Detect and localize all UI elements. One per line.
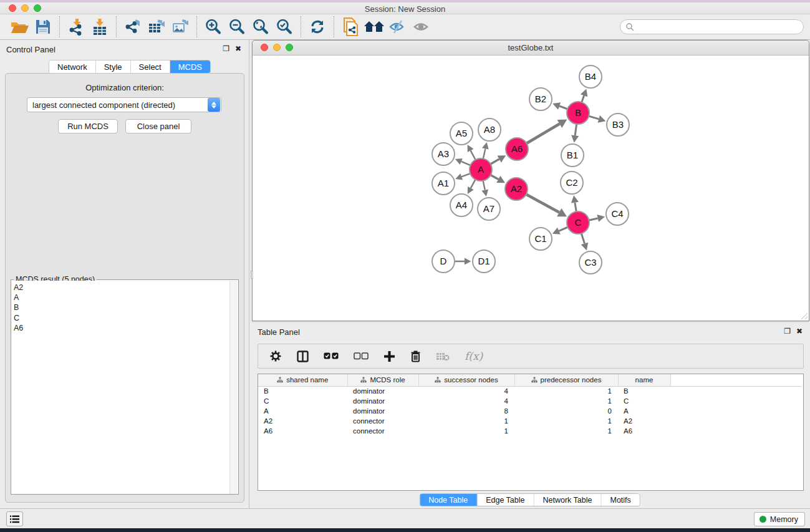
graph-node-B1[interactable]: B1 [561,144,584,167]
graph-node-C[interactable]: C [567,211,589,234]
graph-node-B[interactable]: B [567,102,589,124]
memory-button[interactable]: Memory [754,512,805,526]
graph-node-A[interactable]: A [470,158,492,181]
graph-node-B4[interactable]: B4 [579,65,602,88]
function-builder-icon[interactable]: f(x) [465,350,483,362]
search-field[interactable] [620,19,804,34]
split-view-icon[interactable] [297,351,309,362]
refresh-view-icon[interactable] [306,16,329,37]
table-row[interactable]: A2connector11A2 [258,416,801,426]
table-cell[interactable]: A6 [258,426,347,436]
table-cell[interactable]: A [618,406,670,416]
graph-node-A3[interactable]: A3 [432,143,455,165]
save-session-icon[interactable] [31,16,55,37]
graph-node-B3[interactable]: B3 [607,114,629,136]
table-cell[interactable]: 1 [514,386,618,396]
table-cell[interactable]: A [258,406,347,416]
graph-node-A8[interactable]: A8 [478,118,501,141]
table-cell[interactable]: B [618,386,670,396]
clone-network-icon[interactable] [339,16,362,37]
graph-node-D[interactable]: D [432,250,455,273]
table-row[interactable]: A6connector11A6 [258,426,801,436]
table-cell[interactable]: 8 [418,406,514,416]
close-panel-button[interactable]: Close panel [125,119,191,133]
tab-motifs[interactable]: Motifs [601,494,639,506]
tab-edge-table[interactable]: Edge Table [477,494,534,506]
zoom-fit-icon[interactable] [249,16,272,37]
float-table-panel-icon[interactable]: ❐ [784,327,791,336]
graph-node-A1[interactable]: A1 [432,172,455,195]
table-cell[interactable]: dominator [347,406,418,416]
tab-node-table[interactable]: Node Table [420,494,477,506]
graph-node-A2[interactable]: A2 [505,178,528,200]
graph-node-A5[interactable]: A5 [450,122,473,145]
tab-network[interactable]: Network [49,60,96,73]
table-cell[interactable]: 1 [418,426,514,436]
mcds-result-item[interactable]: C [14,313,230,323]
run-mcds-button[interactable]: Run MCDS [58,119,118,133]
network-window-titlebar[interactable]: testGlobe.txt [253,41,809,56]
export-image-icon[interactable] [168,16,192,37]
tab-style[interactable]: Style [96,60,131,73]
tab-network-table[interactable]: Network Table [534,494,602,506]
graph-node-A7[interactable]: A7 [478,198,500,220]
hide-selected-icon[interactable] [386,16,410,37]
table-cell[interactable]: A2 [258,416,347,426]
close-panel-icon[interactable]: ✖ [235,44,241,53]
table-cell[interactable]: A6 [618,426,670,436]
table-cell[interactable]: A2 [618,416,670,426]
table-row[interactable]: Cdominator41C [258,396,801,406]
add-column-icon[interactable] [383,351,395,362]
close-table-panel-icon[interactable]: ✖ [796,327,803,336]
column-header-predecessor-nodes[interactable]: predecessor nodes [514,374,618,386]
optimization-criterion-dropdown[interactable]: largest connected component (directed) [27,97,221,112]
mcds-result-item[interactable]: A2 [14,283,230,293]
table-cell[interactable]: 1 [514,426,618,436]
tab-mcds[interactable]: MCDS [170,60,210,73]
graph-node-C3[interactable]: C3 [579,251,602,274]
table-cell[interactable]: C [258,396,347,406]
float-panel-icon[interactable]: ❐ [223,44,229,53]
table-cell[interactable]: 0 [514,406,618,416]
table-cell[interactable]: 1 [514,416,618,426]
mcds-result-item[interactable]: A [14,293,230,302]
import-network-icon[interactable] [64,16,88,37]
graph-node-A4[interactable]: A4 [450,194,473,216]
table-cell[interactable]: dominator [347,386,418,396]
search-input[interactable] [634,22,803,31]
settings-gear-icon[interactable] [269,350,282,362]
export-table-icon[interactable] [145,16,168,37]
column-header-MCDS-role[interactable]: MCDS role [347,374,418,386]
graph-node-C2[interactable]: C2 [561,172,583,194]
graph-node-D1[interactable]: D1 [473,250,495,273]
show-all-icon[interactable] [410,16,433,37]
table-cell[interactable]: B [258,386,347,396]
tab-select[interactable]: Select [131,60,170,73]
table-row[interactable]: Bdominator41B [258,386,801,396]
mcds-result-list[interactable]: A2ABCA6 [11,281,230,494]
column-header-name[interactable]: name [618,374,670,386]
table-cell[interactable]: connector [347,426,418,436]
open-session-icon[interactable] [7,16,31,37]
column-header-successor-nodes[interactable]: successor nodes [418,374,514,386]
deselect-all-checkboxes-icon[interactable] [354,352,369,360]
zoom-selected-icon[interactable] [272,16,296,37]
mcds-result-item[interactable]: A6 [14,323,230,333]
table-cell[interactable]: dominator [347,396,418,406]
export-network-icon[interactable] [121,16,145,37]
table-cell[interactable]: C [618,396,670,406]
table-cell[interactable]: 4 [418,396,514,406]
zoom-in-icon[interactable] [201,16,225,37]
graph-node-C4[interactable]: C4 [606,203,629,225]
zoom-out-icon[interactable] [225,16,249,37]
table-cell[interactable]: 1 [418,416,514,426]
import-table-icon[interactable] [88,16,112,37]
delete-table-icon[interactable] [436,352,450,361]
table-cell[interactable]: connector [347,416,418,426]
mcds-result-scrollbar[interactable] [229,281,238,494]
table-cell[interactable]: 4 [418,386,514,396]
home-layout-icon[interactable] [362,16,386,37]
task-history-button[interactable] [6,511,23,526]
delete-column-trash-icon[interactable] [410,350,421,362]
table-row[interactable]: Adominator80A [258,406,801,416]
